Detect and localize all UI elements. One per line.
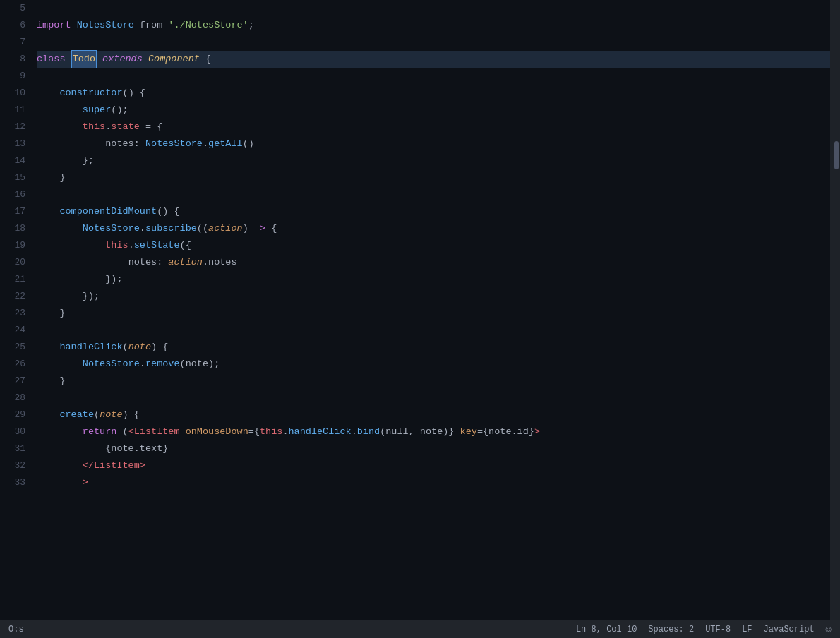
line-number: 18 [6, 220, 25, 237]
line-number: 11 [6, 102, 25, 119]
line-numbers: 5678910111213141516171819202122232425262… [0, 0, 34, 620]
code-token [37, 220, 83, 237]
code-token: (( [197, 220, 208, 237]
code-content[interactable]: import NotesStore from './NotesStore'; c… [34, 0, 830, 620]
code-token [37, 136, 105, 152]
code-token: ) [243, 220, 254, 237]
error-indicator: O:s [8, 625, 24, 634]
code-line: NotesStore.subscribe((action) => { [37, 220, 830, 237]
code-token: }); [83, 288, 100, 305]
code-token: () { [157, 203, 179, 220]
code-token: NotesStore [83, 220, 140, 237]
code-token: = { [140, 119, 162, 136]
line-number: 20 [6, 254, 25, 271]
line-number: 24 [6, 322, 25, 339]
line-number: 7 [6, 34, 25, 51]
code-token: note [128, 339, 151, 356]
code-token: <ListItem [128, 423, 180, 440]
code-token [37, 271, 105, 288]
code-line: notes: NotesStore.getAll() [37, 136, 830, 152]
code-token: { [265, 220, 277, 237]
code-token: componentDidMount [59, 203, 157, 220]
line-number: 30 [6, 423, 25, 440]
code-line: }); [37, 288, 830, 305]
line-number: 33 [6, 474, 25, 491]
code-token: extends [97, 51, 148, 68]
code-token: (null, note) [380, 423, 448, 440]
code-token: notes [105, 136, 134, 152]
code-token: notes [128, 254, 157, 271]
code-line: class Todo extends Component { [37, 51, 830, 68]
code-line [37, 34, 830, 51]
cursor-position: Ln 8, Col 10 [576, 625, 637, 634]
line-number: 23 [6, 305, 25, 322]
code-token: . [282, 423, 288, 440]
code-token: bind [357, 423, 380, 440]
line-number: 28 [6, 390, 25, 407]
code-line: }); [37, 271, 830, 288]
code-token [180, 423, 186, 440]
line-number: 8 [6, 51, 25, 68]
code-line [37, 322, 830, 339]
code-token: . [140, 220, 145, 237]
code-token: ) { [123, 407, 140, 423]
code-token: : [134, 136, 145, 152]
code-line: </ListItem> [37, 457, 830, 474]
code-token: return [83, 423, 117, 440]
code-token: } [59, 373, 65, 390]
code-token: } [59, 169, 65, 186]
code-token: : [157, 254, 168, 271]
smiley-icon: ☺ [826, 624, 832, 635]
code-token [37, 356, 83, 373]
code-token: constructor [59, 85, 122, 102]
code-token: Todo [71, 50, 97, 68]
code-token: ( [116, 423, 128, 440]
code-token [454, 423, 460, 440]
scrollbar-thumb[interactable] [834, 141, 839, 169]
code-token: create [59, 407, 94, 423]
code-token: ) { [151, 339, 168, 356]
line-number: 31 [6, 440, 25, 457]
code-token: import [37, 17, 77, 34]
code-token: setState [134, 237, 180, 254]
code-token: . [203, 254, 208, 271]
code-token [37, 119, 83, 136]
code-line: > [37, 474, 830, 491]
code-token: handleClick [289, 423, 352, 440]
line-number: 27 [6, 373, 25, 390]
code-token: key [460, 423, 477, 440]
line-number: 26 [6, 356, 25, 373]
code-line: this.setState({ [37, 237, 830, 254]
code-token: notes [208, 254, 237, 271]
code-line: this.state = { [37, 119, 830, 136]
code-token: () { [123, 85, 145, 102]
code-line: create(note) { [37, 407, 830, 423]
code-line: {note.text} [37, 440, 830, 457]
scrollbar-area[interactable] [830, 0, 840, 620]
code-token: ( [94, 407, 100, 423]
code-token [37, 254, 128, 271]
code-token: from [134, 17, 169, 34]
code-token [37, 203, 59, 220]
code-token: {note.text} [105, 440, 168, 457]
code-token: </ListItem> [83, 457, 145, 474]
code-token: => [254, 220, 265, 237]
language-info: JavaScript [764, 625, 815, 634]
status-bar-left: O:s [8, 625, 24, 634]
code-token: ={note.id} [477, 423, 534, 440]
code-line [37, 0, 830, 17]
status-bar-right: Ln 8, Col 10 Spaces: 2 UTF-8 LF JavaScri… [576, 624, 832, 635]
code-token: ({ [180, 237, 191, 254]
code-token: note [100, 407, 122, 423]
code-line: handleClick(note) { [37, 339, 830, 356]
code-container: 5678910111213141516171819202122232425262… [0, 0, 840, 620]
code-line: import NotesStore from './NotesStore'; [37, 17, 830, 34]
code-line: NotesStore.remove(note); [37, 356, 830, 373]
editor-area: 5678910111213141516171819202122232425262… [0, 0, 840, 620]
code-token: action [208, 220, 243, 237]
code-token: . [352, 423, 357, 440]
code-line: super(); [37, 102, 830, 119]
code-token: remove [145, 356, 180, 373]
code-token [37, 237, 105, 254]
code-token: getAll [208, 136, 243, 152]
